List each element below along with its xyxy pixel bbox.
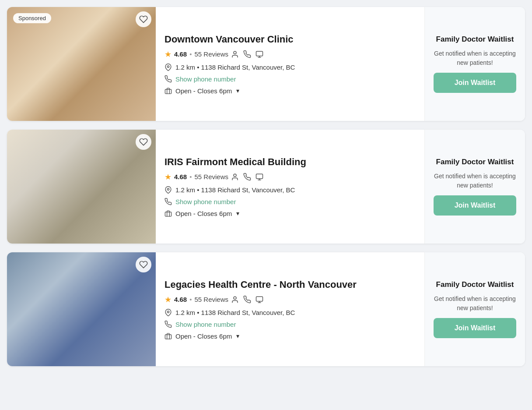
favorite-button[interactable] (136, 11, 151, 27)
listing-card-iris-fairmont-medical: IRIS Fairmont Medical Building ★ 4.68 • … (7, 130, 525, 244)
rating-row: ★ 4.68 • 55 Reviews (164, 295, 416, 304)
listing-main: Legacies Health Centre - North Vancouver… (156, 252, 424, 366)
person-icon (231, 173, 239, 181)
waitlist-description: Get notified when is accepting new patie… (434, 172, 516, 190)
location-row: 1.2 km • 1138 Richard St, Vancouver, BC (164, 186, 416, 194)
svg-rect-7 (256, 174, 263, 179)
rating-value: 4.68 (174, 50, 187, 58)
listing-icons (231, 173, 263, 181)
waitlist-description: Get notified when is accepting new patie… (434, 294, 516, 313)
listing-main: Downtown Vancouver Clinic ★ 4.68 • 55 Re… (156, 7, 424, 121)
location-row: 1.2 km • 1138 Richard St, Vancouver, BC (164, 309, 416, 316)
svg-rect-5 (165, 89, 171, 93)
favorite-button[interactable] (136, 134, 151, 150)
svg-point-12 (234, 297, 236, 299)
building-icon (164, 87, 172, 95)
phone-icon-small (243, 173, 251, 181)
listing-card-downtown-vancouver-clinic: SponsoredDowntown Vancouver Clinic ★ 4.6… (7, 7, 525, 121)
listing-image (7, 252, 156, 366)
heart-icon (139, 138, 148, 146)
svg-point-16 (167, 311, 169, 312)
waitlist-title: Family Doctor Waitlist (436, 280, 514, 289)
location-icon (164, 309, 172, 316)
join-waitlist-button[interactable]: Join Waitlist (434, 318, 516, 338)
hours-chevron-icon[interactable]: ▾ (236, 87, 239, 94)
listing-image-wrap (7, 252, 156, 366)
hours-row: Open - Closes 6pm ▾ (164, 210, 416, 217)
reviews-count: 55 Reviews (194, 296, 228, 303)
hours-text: Open - Closes 6pm (175, 210, 232, 217)
svg-point-4 (167, 65, 169, 67)
listing-card-legacies-health-centre: Legacies Health Centre - North Vancouver… (7, 252, 525, 366)
location-row: 1.2 km • 1138 Richard St, Vancouver, BC (164, 64, 416, 71)
hours-row: Open - Closes 6pm ▾ (164, 87, 416, 95)
hours-chevron-icon[interactable]: ▾ (236, 210, 239, 217)
phone-icon-small (243, 50, 251, 58)
phone-icon (164, 198, 172, 205)
phone-icon (164, 75, 172, 83)
waitlist-description: Get notified when is accepting new patie… (434, 49, 516, 67)
star-icon: ★ (164, 172, 172, 182)
join-waitlist-button[interactable]: Join Waitlist (434, 73, 516, 93)
rating-separator: • (189, 50, 192, 58)
monitor-icon (256, 50, 263, 58)
reviews-count: 55 Reviews (194, 50, 228, 58)
hours-chevron-icon[interactable]: ▾ (236, 332, 239, 339)
show-phone-link[interactable]: Show phone number (175, 198, 236, 205)
rating-row: ★ 4.68 • 55 Reviews (164, 172, 416, 182)
listing-title: IRIS Fairmont Medical Building (164, 156, 416, 168)
phone-icon-small (243, 296, 251, 304)
listing-title: Legacies Health Centre - North Vancouver (164, 279, 416, 290)
rating-row: ★ 4.68 • 55 Reviews (164, 49, 416, 59)
heart-icon (139, 15, 148, 24)
listing-image (7, 130, 156, 244)
location-text: 1.2 km • 1138 Richard St, Vancouver, BC (175, 186, 295, 194)
location-icon (164, 186, 172, 194)
svg-rect-11 (165, 212, 171, 216)
waitlist-section: Family Doctor WaitlistGet notified when … (424, 130, 525, 244)
svg-rect-1 (256, 51, 263, 56)
hours-text: Open - Closes 6pm (175, 332, 232, 340)
phone-row: Show phone number (164, 198, 416, 205)
reviews-count: 55 Reviews (194, 173, 228, 180)
svg-point-10 (167, 188, 169, 190)
svg-point-0 (234, 51, 236, 54)
waitlist-section: Family Doctor WaitlistGet notified when … (424, 7, 525, 121)
hours-row: Open - Closes 6pm ▾ (164, 332, 416, 340)
show-phone-link[interactable]: Show phone number (175, 75, 236, 83)
favorite-button[interactable] (136, 257, 151, 272)
hours-text: Open - Closes 6pm (175, 87, 232, 95)
location-text: 1.2 km • 1138 Richard St, Vancouver, BC (175, 64, 295, 71)
monitor-icon (256, 173, 263, 181)
listing-image-wrap: Sponsored (7, 7, 156, 121)
listing-icons (231, 296, 263, 304)
building-icon (164, 332, 172, 340)
person-icon (231, 50, 239, 58)
rating-separator: • (189, 173, 192, 180)
listing-icons (231, 50, 263, 58)
location-icon (164, 64, 172, 71)
svg-rect-13 (256, 297, 263, 301)
monitor-icon (256, 296, 263, 304)
listing-title: Downtown Vancouver Clinic (164, 34, 416, 45)
location-text: 1.2 km • 1138 Richard St, Vancouver, BC (175, 309, 295, 316)
waitlist-title: Family Doctor Waitlist (436, 158, 514, 166)
heart-icon (139, 260, 148, 269)
building-icon (164, 210, 172, 217)
rating-value: 4.68 (174, 173, 187, 180)
show-phone-link[interactable]: Show phone number (175, 321, 236, 328)
listing-image (7, 7, 156, 121)
phone-row: Show phone number (164, 321, 416, 328)
rating-separator: • (189, 296, 192, 303)
person-icon (231, 296, 239, 304)
rating-value: 4.68 (174, 296, 187, 303)
phone-icon (164, 321, 172, 328)
phone-row: Show phone number (164, 75, 416, 83)
svg-rect-17 (165, 334, 171, 339)
star-icon: ★ (164, 49, 172, 59)
svg-point-6 (234, 174, 236, 177)
sponsored-badge: Sponsored (13, 13, 51, 23)
waitlist-section: Family Doctor WaitlistGet notified when … (424, 252, 525, 366)
listing-image-wrap (7, 130, 156, 244)
join-waitlist-button[interactable]: Join Waitlist (434, 195, 516, 216)
